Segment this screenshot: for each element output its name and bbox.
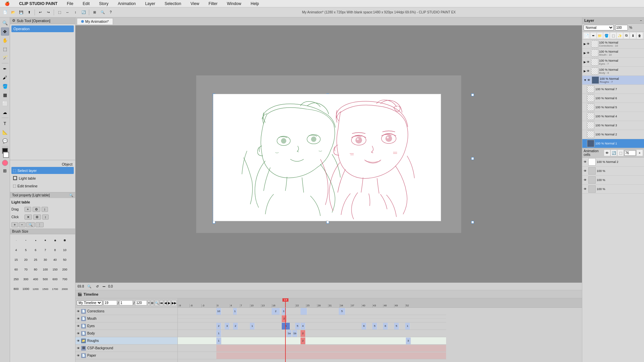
eye-corrections[interactable]: 👁 xyxy=(587,42,590,46)
tool-brush[interactable]: 🖌 xyxy=(1,73,9,81)
lt-btn1[interactable]: + xyxy=(11,222,18,227)
brush-10[interactable]: 10 xyxy=(60,245,69,255)
tc-body-1[interactable]: 1 xyxy=(216,330,221,337)
click-x[interactable]: ✕ xyxy=(24,215,32,220)
canvas-rotate[interactable]: ↺ xyxy=(95,284,100,289)
tc-eyes-5[interactable]: 6 xyxy=(282,323,290,329)
layer-new-vector[interactable]: ✒ xyxy=(590,33,596,39)
tc-eyes-2[interactable]: 3 xyxy=(225,323,230,329)
drag-settings[interactable]: ⚙ xyxy=(33,207,40,212)
anim-cell-1b[interactable]: 👁 100 % xyxy=(582,176,644,185)
color-circle[interactable] xyxy=(2,160,8,166)
layer-rough-4[interactable]: 100 % Normal 4 xyxy=(582,112,644,121)
brush-300[interactable]: 300 xyxy=(21,275,31,284)
save-btn[interactable]: 💾 xyxy=(17,9,25,16)
track-corrections[interactable]: 10 1 2 3 5 xyxy=(178,308,446,315)
eye-anim-2[interactable]: 👁 xyxy=(584,160,587,164)
brush-0.7[interactable] xyxy=(11,236,21,245)
lt-btn3[interactable]: 🔍 xyxy=(26,222,35,227)
brush-700[interactable]: 700 xyxy=(60,275,69,284)
brush-30[interactable]: 30 xyxy=(41,255,50,264)
brush-25[interactable]: 25 xyxy=(31,255,40,264)
menu-layer[interactable]: Layer xyxy=(143,1,157,7)
eye-anim-1a[interactable]: 👁 xyxy=(584,169,587,173)
tc-eyes-11[interactable]: 5 xyxy=(394,323,399,329)
brush-500[interactable]: 500 xyxy=(41,275,50,284)
tl-eye-eyes[interactable]: 👁 xyxy=(77,324,80,328)
brush-1700[interactable]: 1700 xyxy=(50,284,60,294)
anim-frame-input[interactable] xyxy=(624,150,636,156)
menu-animation[interactable]: Animation xyxy=(116,1,138,7)
brush-1[interactable] xyxy=(21,236,31,245)
handle-bot-left[interactable] xyxy=(213,221,215,224)
tool-auto-select[interactable]: 🪄 xyxy=(1,54,9,62)
zoom-in-btn[interactable]: 🔍 xyxy=(99,9,106,16)
brush-60[interactable]: 60 xyxy=(11,265,21,274)
zoom-fit-btn[interactable]: ⊞ xyxy=(91,9,98,16)
layer-delete[interactable]: 🗑 xyxy=(637,33,643,39)
layer-rough-3[interactable]: 100 % Normal 3 xyxy=(582,121,644,130)
tc-eyes-10[interactable]: 6 xyxy=(383,323,388,329)
tl-eye-paper[interactable]: 👁 xyxy=(77,354,80,357)
track-csp-bg[interactable] xyxy=(178,345,446,352)
brush-5[interactable]: 5 xyxy=(21,245,31,255)
timeline-name-select[interactable]: My Timeline xyxy=(77,300,102,305)
tl-layer-eyes[interactable]: 👁 📄 Eyes xyxy=(75,322,177,330)
layer-group-corrections[interactable]: ▶ 👁 100 % Normal Corrections : 10 xyxy=(582,40,644,49)
tool-selection[interactable]: ⬚ xyxy=(1,45,9,53)
anim-cells-btn2[interactable]: 🔄 xyxy=(611,150,617,156)
brush-8[interactable]: 8 xyxy=(50,245,60,255)
brush-2[interactable] xyxy=(41,236,50,245)
background-color[interactable] xyxy=(3,152,9,158)
brush-4[interactable]: 4 xyxy=(11,245,21,255)
brush-1200[interactable]: 1200 xyxy=(31,284,40,294)
tl-eye-body[interactable]: 👁 xyxy=(77,332,80,335)
tl-eye-roughs[interactable]: 👁 xyxy=(77,339,80,343)
blend-mode-select[interactable]: Normal xyxy=(584,25,614,31)
brush-150[interactable]: 150 xyxy=(50,265,60,274)
layer-group-roughs[interactable]: ▼ 👁 100 % Normal Roughs : 7 xyxy=(582,76,644,85)
eye-roughs[interactable]: 👁 xyxy=(587,78,590,82)
tool-move[interactable]: ✋ xyxy=(1,36,9,44)
brush-70[interactable]: 70 xyxy=(21,265,31,274)
tl-add-layer[interactable]: + xyxy=(148,300,150,306)
tc-eyes-1[interactable]: 2 xyxy=(216,323,221,329)
tool-property-search[interactable]: 🔍 xyxy=(69,193,73,197)
menu-file[interactable]: File xyxy=(65,1,75,7)
tc-eyes-12[interactable]: 1 xyxy=(405,323,410,329)
brush-20[interactable]: 20 xyxy=(21,255,31,264)
eye-eyes[interactable]: 👁 xyxy=(587,60,590,64)
tc-roughs-1[interactable]: 1 xyxy=(216,338,221,344)
track-eyes[interactable]: 2 3 2 1 6 5 4 6 5 6 xyxy=(178,322,446,330)
brush-2000[interactable]: 2000 xyxy=(60,284,69,294)
brush-3[interactable] xyxy=(60,236,69,245)
tl-layer-csp-bg[interactable]: 👁 🖼 CSP-Background xyxy=(75,345,177,352)
tool-fill[interactable]: 🪣 xyxy=(1,82,9,90)
tc-roughs-3[interactable]: 3 xyxy=(406,338,411,344)
handle-bot-right[interactable] xyxy=(471,221,474,224)
timeline-start-frame[interactable] xyxy=(104,300,117,305)
brush-80[interactable]: 80 xyxy=(31,265,40,274)
tl-zoom-in[interactable]: 🔍 xyxy=(155,300,159,306)
tool-eraser[interactable]: ⬜ xyxy=(1,100,9,108)
brush-6[interactable]: 6 xyxy=(31,245,40,255)
tc-eyes-7[interactable]: 4 xyxy=(301,323,306,329)
tc-body-2[interactable]: 1a xyxy=(287,330,292,337)
help-btn[interactable]: ? xyxy=(107,9,114,16)
menu-view[interactable]: View xyxy=(189,1,201,7)
menu-window[interactable]: Window xyxy=(225,1,244,7)
handle-mid-right[interactable] xyxy=(471,157,474,160)
tc-corr-3[interactable]: 2 xyxy=(272,308,280,315)
click-arrows2[interactable]: ↕ xyxy=(42,215,49,220)
undo-btn[interactable]: ↩ xyxy=(37,9,44,16)
export-btn[interactable]: ⬆ xyxy=(25,9,33,16)
layer-group-mouth[interactable]: ▶ 👁 100 % Normal Mouth : 10 xyxy=(582,49,644,58)
brush-50[interactable]: 50 xyxy=(60,255,69,264)
layer-panel-collapse[interactable]: − xyxy=(640,19,642,22)
brush-1000[interactable]: 1000 xyxy=(21,284,31,294)
brush-400[interactable]: 400 xyxy=(31,275,40,284)
menu-selection[interactable]: Selection xyxy=(163,1,183,7)
anim-cell-1c[interactable]: 👁 100 % xyxy=(582,185,644,194)
tc-roughs-2[interactable]: 2 xyxy=(301,338,306,344)
tool-pen[interactable]: ✒ xyxy=(1,65,9,73)
